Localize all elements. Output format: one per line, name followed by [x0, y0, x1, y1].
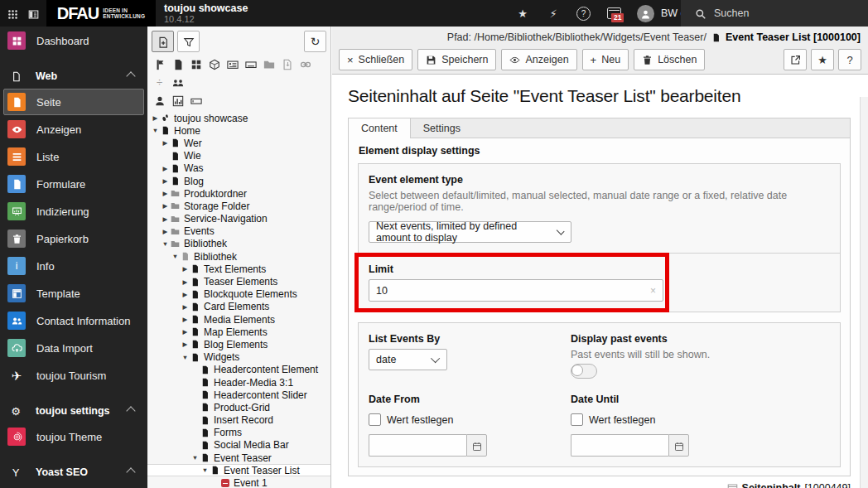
page-icon[interactable]: [170, 138, 181, 147]
sidebar-item-yoast-dashboard[interactable]: iDashboard: [3, 485, 144, 488]
event-element-type-select[interactable]: Next events, limited by defined amount t…: [369, 221, 571, 243]
new-text-field-drag-icon[interactable]: [190, 94, 202, 107]
tree-node-headercontent-element[interactable]: Headercontent Element: [147, 364, 330, 376]
sidebar-item-formulare[interactable]: Formulare: [3, 171, 144, 197]
date-from-input[interactable]: [369, 440, 466, 452]
tree-node-label[interactable]: Forms: [214, 427, 242, 438]
date-from-calendar-button[interactable]: [466, 434, 487, 457]
tree-node-label[interactable]: Wer: [184, 138, 202, 149]
page-icon[interactable]: [160, 126, 171, 135]
filter-button[interactable]: [177, 31, 200, 52]
tree-node-label[interactable]: Events: [184, 225, 215, 237]
sidebar-item-toujou-theme[interactable]: toujou Theme: [3, 423, 144, 450]
tree-node-label[interactable]: Teaser Elements: [204, 276, 277, 287]
page-icon[interactable]: [190, 278, 200, 287]
page-icon[interactable]: [170, 152, 181, 161]
tab-settings[interactable]: Settings: [411, 118, 473, 138]
folder-icon[interactable]: [170, 201, 181, 210]
tree-node-label[interactable]: Headercontent Element: [214, 364, 318, 375]
tree-node-map-elements[interactable]: ▶Map Elements: [147, 326, 330, 338]
tree-expander-icon[interactable]: ▶: [181, 265, 190, 273]
new-page-link-drag-icon[interactable]: [299, 58, 311, 70]
apps-grid-icon[interactable]: [7, 7, 18, 19]
tree-node-event-1[interactable]: Event 1: [147, 476, 330, 488]
page-icon[interactable]: [200, 378, 210, 387]
page-icon[interactable]: [190, 302, 200, 312]
tree-node-label[interactable]: Card Elements: [204, 301, 269, 312]
tree-expander-icon[interactable]: ▼: [200, 466, 210, 474]
page-icon[interactable]: [170, 176, 181, 186]
page-icon[interactable]: [190, 315, 200, 324]
page-icon[interactable]: [190, 290, 200, 299]
open-in-new-button[interactable]: [784, 49, 807, 70]
new-page-media-drag-icon[interactable]: [226, 58, 239, 70]
tree-node-widgets[interactable]: ▼Widgets: [147, 351, 330, 364]
tree-node-header-media-3-1[interactable]: Header-Media 3:1: [147, 376, 330, 389]
tree-expander-icon[interactable]: ▶: [181, 291, 190, 298]
new-page-users-drag-icon[interactable]: [171, 76, 184, 89]
system-information-icon[interactable]: 21: [606, 6, 621, 21]
tree-node-storage-folder[interactable]: ▶Storage Folder: [147, 200, 330, 212]
tree-node-label[interactable]: Event Teaser List: [224, 465, 300, 476]
bookmark-star-icon[interactable]: ★: [515, 6, 530, 21]
sidebar-item-contact-information[interactable]: Contact Information: [3, 307, 144, 334]
tree-node-label[interactable]: Was: [184, 162, 204, 174]
limit-input[interactable]: [369, 285, 663, 297]
tree-expander-icon[interactable]: ▶: [161, 190, 170, 197]
tree-expander-icon[interactable]: ▶: [181, 328, 190, 336]
tree-node-blockquote-elements[interactable]: ▶Blockquote Elements: [147, 288, 330, 301]
date-until-calendar-button[interactable]: [668, 434, 689, 457]
tree-expander-icon[interactable]: ▶: [161, 177, 170, 185]
new-page-divider-drag-icon[interactable]: ÷: [153, 76, 166, 89]
search-bar[interactable]: Suchen: [681, 0, 868, 27]
tree-expander-icon[interactable]: ▶: [161, 215, 170, 223]
help-button[interactable]: ?: [838, 49, 861, 70]
new-button[interactable]: +Neu: [582, 49, 629, 70]
tree-node-wer[interactable]: ▶Wer: [147, 137, 330, 149]
sidebar-item-toujou-tourism[interactable]: ✈toujou Tourism: [3, 362, 144, 389]
date-until-input[interactable]: [571, 440, 668, 452]
page-icon[interactable]: [200, 390, 210, 399]
help-icon[interactable]: ?: [576, 7, 591, 21]
tree-node-bibliothek[interactable]: ▼Bibliothek: [147, 238, 330, 250]
new-page-drag-icon[interactable]: [171, 58, 184, 70]
hidden-event-icon[interactable]: [219, 479, 230, 487]
tree-node-label[interactable]: Bibliothek: [194, 251, 237, 263]
sidebar-item-data-import[interactable]: Data Import: [3, 335, 144, 361]
tree-node-toujou-showcase[interactable]: ▶toujou showcase: [147, 112, 330, 124]
page-icon[interactable]: [200, 403, 210, 412]
delete-button[interactable]: Löschen: [634, 49, 705, 70]
tree-node-headercontent-slider[interactable]: Headercontent Slider: [147, 389, 330, 401]
tree-node-bibliothek[interactable]: ▼Bibliothek: [147, 250, 330, 263]
new-page-shortcut-drag-icon[interactable]: [208, 58, 220, 70]
page-icon[interactable]: [200, 428, 210, 437]
tree-node-label[interactable]: Event Teaser: [214, 452, 272, 464]
tree-node-card-elements[interactable]: ▶Card Elements: [147, 301, 330, 313]
new-page-grid-drag-icon[interactable]: [190, 58, 202, 70]
tree-node-blog-elements[interactable]: ▶Blog Elements: [147, 338, 330, 350]
scrollbar-track[interactable]: [860, 97, 868, 488]
tree-expander-icon[interactable]: ▼: [171, 253, 180, 260]
tree-node-wie[interactable]: Wie: [147, 150, 330, 162]
tree-expander-icon[interactable]: ▶: [181, 341, 190, 348]
page-icon[interactable]: [200, 416, 210, 425]
module-menu-icon[interactable]: [28, 7, 39, 19]
new-statistics-drag-icon[interactable]: [171, 94, 184, 107]
toujou-logo-icon[interactable]: [160, 114, 171, 123]
tree-node-label[interactable]: Storage Folder: [184, 201, 249, 212]
new-page-button[interactable]: [152, 31, 174, 52]
tree-node-label[interactable]: Widgets: [204, 351, 239, 363]
new-page-paste-drag-icon[interactable]: [281, 58, 293, 70]
sidebar-section-yoast-seo[interactable]: YYoast SEO: [3, 461, 144, 483]
tree-node-service-navigation[interactable]: ▶Service-Navigation: [147, 213, 330, 225]
new-folder-drag-icon[interactable]: [263, 58, 275, 70]
tree-expander-icon[interactable]: ▶: [161, 228, 170, 235]
page-icon[interactable]: [210, 466, 220, 475]
tree-expander-icon[interactable]: ▼: [161, 240, 170, 248]
tree-expander-icon[interactable]: ▶: [181, 316, 190, 323]
tree-node-label[interactable]: Blockquote Elements: [204, 288, 297, 300]
folder-icon[interactable]: [170, 215, 181, 224]
tree-node-teaser-elements[interactable]: ▶Teaser Elements: [147, 275, 330, 287]
view-button[interactable]: Anzeigen: [501, 49, 576, 70]
tree-node-home[interactable]: ▼Home: [147, 124, 330, 137]
